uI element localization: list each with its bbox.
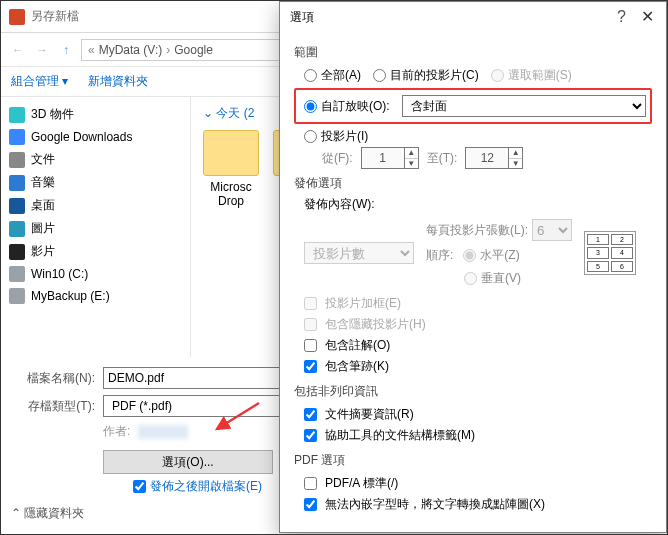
- save-as-title: 另存新檔: [31, 8, 79, 25]
- radio-horizontal: 水平(Z): [463, 247, 519, 264]
- pdf-group-title: PDF 選項: [294, 452, 652, 469]
- tree-icon: [9, 244, 25, 260]
- tree-label: 圖片: [31, 220, 55, 237]
- tree-item[interactable]: 影片: [5, 240, 186, 263]
- from-input: [361, 147, 405, 169]
- tree-item[interactable]: 3D 物件: [5, 103, 186, 126]
- options-titlebar: 選項 ? ✕: [280, 2, 666, 32]
- tree-icon: [9, 266, 25, 282]
- organize-menu[interactable]: 組合管理 ▾: [11, 73, 68, 90]
- tree-label: Win10 (C:): [31, 267, 88, 281]
- cb-bitmap-fonts[interactable]: 無法內嵌字型時，將文字轉換成點陣圖(X): [304, 494, 652, 515]
- tree-icon: [9, 152, 25, 168]
- per-page-label: 每頁投影片張數(L):: [426, 222, 528, 239]
- tree-label: MyBackup (E:): [31, 289, 110, 303]
- options-title: 選項: [290, 9, 314, 26]
- help-button[interactable]: ?: [617, 8, 626, 26]
- range-group-title: 範圍: [294, 44, 652, 61]
- author-value: [138, 425, 188, 439]
- open-after-input[interactable]: [133, 480, 146, 493]
- tree-item[interactable]: Win10 (C:): [5, 263, 186, 285]
- hide-folders-toggle[interactable]: 隱藏資料夾: [11, 505, 84, 522]
- nav-back-icon[interactable]: ←: [9, 43, 27, 57]
- custom-show-highlight: 自訂放映(O): 含封面: [294, 88, 652, 124]
- tree-item[interactable]: 圖片: [5, 217, 186, 240]
- nonprint-group-title: 包括非列印資訊: [294, 383, 652, 400]
- tree-label: 3D 物件: [31, 106, 74, 123]
- folder-item[interactable]: Microsc Drop: [203, 130, 259, 208]
- crumb-folder[interactable]: Google: [174, 43, 213, 57]
- publish-content-label: 發佈內容(W):: [304, 196, 652, 213]
- spin-icon: ▲▼: [405, 147, 419, 169]
- options-button[interactable]: 選項(O)...: [103, 450, 273, 474]
- nav-up-icon[interactable]: ↑: [57, 43, 75, 57]
- tree-item[interactable]: Google Downloads: [5, 126, 186, 148]
- tree-label: 音樂: [31, 174, 55, 191]
- filename-label: 檔案名稱(N):: [15, 370, 95, 387]
- radio-custom-show[interactable]: 自訂放映(O):: [304, 98, 390, 115]
- filename-input[interactable]: [103, 367, 303, 389]
- tree-icon: [9, 198, 25, 214]
- tree-item[interactable]: 文件: [5, 148, 186, 171]
- tree-label: 影片: [31, 243, 55, 260]
- tree-item[interactable]: 桌面: [5, 194, 186, 217]
- radio-all[interactable]: 全部(A): [304, 67, 361, 84]
- filetype-select[interactable]: PDF (*.pdf): [103, 395, 303, 417]
- filetype-label: 存檔類型(T):: [15, 398, 95, 415]
- radio-vertical: 垂直(V): [464, 270, 521, 287]
- new-folder-button[interactable]: 新增資料夾: [88, 73, 148, 90]
- from-label: 從(F):: [322, 150, 353, 167]
- custom-show-select[interactable]: 含封面: [402, 95, 646, 117]
- crumb-drive[interactable]: MyData (V:): [99, 43, 163, 57]
- cb-ink[interactable]: 包含筆跡(K): [304, 356, 652, 377]
- radio-selection: 選取範圍(S): [491, 67, 572, 84]
- close-button[interactable]: ✕: [634, 6, 660, 28]
- folder-icon: [203, 130, 259, 176]
- tree-label: 桌面: [31, 197, 55, 214]
- publish-group-title: 發佈選項: [294, 175, 652, 192]
- tree-item[interactable]: MyBackup (E:): [5, 285, 186, 307]
- order-label: 順序:: [426, 247, 453, 264]
- cb-accessibility[interactable]: 協助工具的文件結構標籤(M): [304, 425, 652, 446]
- tree-icon: [9, 175, 25, 191]
- tree-label: 文件: [31, 151, 55, 168]
- options-dialog: 選項 ? ✕ 範圍 全部(A) 目前的投影片(C) 選取範圍(S) 自訂放映(O…: [279, 1, 667, 533]
- folder-label: Microsc: [210, 180, 251, 194]
- powerpoint-icon: [9, 9, 25, 25]
- radio-slides[interactable]: 投影片(I): [304, 128, 368, 145]
- tree-item[interactable]: 音樂: [5, 171, 186, 194]
- to-label: 至(T):: [427, 150, 458, 167]
- nav-forward-icon[interactable]: →: [33, 43, 51, 57]
- tree-label: Google Downloads: [31, 130, 132, 144]
- author-label: 作者:: [103, 423, 130, 440]
- tree-icon: [9, 107, 25, 123]
- publish-content-select: 投影片數: [304, 242, 414, 264]
- spin-icon: ▲▼: [509, 147, 523, 169]
- radio-current[interactable]: 目前的投影片(C): [373, 67, 479, 84]
- folder-label: Drop: [218, 194, 244, 208]
- tree-icon: [9, 221, 25, 237]
- to-input: [465, 147, 509, 169]
- cb-doc-props[interactable]: 文件摘要資訊(R): [304, 404, 652, 425]
- tree-icon: [9, 288, 25, 304]
- layout-preview: 12 34 56: [584, 231, 636, 275]
- cb-pdfa[interactable]: PDF/A 標準(/): [304, 473, 652, 494]
- tree-icon: [9, 129, 25, 145]
- per-page-select: 6: [532, 219, 572, 241]
- cb-frame: 投影片加框(E): [304, 293, 652, 314]
- folder-tree[interactable]: 3D 物件Google Downloads文件音樂桌面圖片影片Win10 (C:…: [1, 97, 191, 357]
- cb-comments[interactable]: 包含註解(O): [304, 335, 652, 356]
- cb-hidden: 包含隱藏投影片(H): [304, 314, 652, 335]
